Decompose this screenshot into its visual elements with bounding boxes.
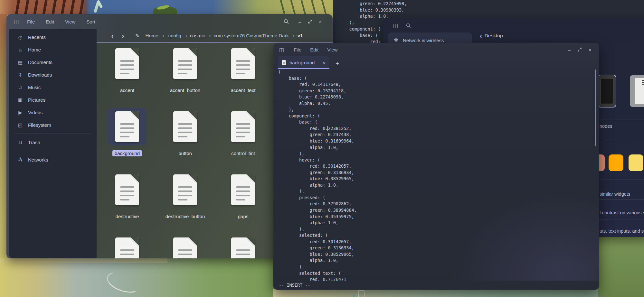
sidebar-item[interactable]: ◰ Filesystem (9, 119, 97, 131)
tiling-menu-icon[interactable]: ◫ (14, 18, 19, 25)
settings-titlebar[interactable]: ◫ (393, 22, 411, 29)
accent-color-swatch[interactable] (629, 154, 643, 171)
light-mode-thumbnail[interactable] (630, 75, 644, 107)
code-line: blue: 0.38529965, (278, 252, 354, 257)
file-item[interactable]: accent (108, 45, 146, 108)
file-item[interactable]: gaps (224, 171, 262, 234)
page-fold (130, 111, 139, 120)
search-icon[interactable] (284, 19, 289, 24)
code-line: alpha: 1.0, (278, 258, 338, 263)
back-label: Desktop (485, 33, 503, 39)
tiling-menu-icon[interactable]: ◫ (279, 47, 284, 53)
accent-color-swatch[interactable] (609, 154, 623, 171)
code-line: green: 0.22745098, (339, 1, 407, 6)
dark-mode-thumbnail[interactable] (598, 75, 616, 107)
file-manager-titlebar[interactable]: ◫ FileEditViewSort – × (6, 14, 333, 29)
wallpaper-teal-mark (353, 295, 355, 297)
breadcrumb: Home.configcosmiccom.system76.CosmicThem… (145, 33, 304, 38)
file-item[interactable] (224, 234, 262, 258)
file-icon (231, 174, 255, 205)
file-item[interactable]: accent_button (166, 45, 204, 108)
menu-item[interactable]: Sort (86, 19, 95, 24)
sidebar-item-label: Network & wireless (403, 38, 444, 43)
breadcrumb-item[interactable]: v1 (289, 33, 304, 38)
sidebar-item-icon: ◰ (17, 122, 23, 128)
tab-background[interactable]: background × (278, 56, 329, 69)
sidebar-item[interactable]: ▣ Pictures (9, 94, 97, 106)
breadcrumb-item[interactable]: Home (145, 33, 159, 38)
new-tab-button[interactable]: + (336, 60, 339, 67)
sidebar-item[interactable] (15, 151, 91, 151)
back-breadcrumb[interactable]: ‹ Desktop (480, 32, 503, 39)
menu-item[interactable]: View (327, 47, 337, 52)
editor-text-area[interactable]: ( base: ( red: 0.14117648, green: 0.1529… (278, 69, 357, 283)
code-line: red: 0.30142057, (278, 239, 352, 244)
sidebar-item[interactable]: ◷ Recents (9, 31, 97, 43)
breadcrumb-item[interactable]: cosmic (182, 33, 206, 38)
file-item[interactable]: accent_text (224, 45, 262, 108)
search-icon[interactable] (406, 23, 411, 28)
sidebar-item[interactable]: ▤ Documents (9, 56, 97, 69)
minimize-icon[interactable]: – (297, 19, 302, 24)
editor-titlebar[interactable]: ◫ FileEditView – × (273, 43, 599, 56)
code-line: ), (278, 189, 304, 194)
sidebar-item-icon: ♫ (17, 85, 23, 90)
file-item[interactable]: destructive_button (163, 171, 207, 234)
tab-close-icon[interactable]: × (322, 60, 325, 65)
preview-text-line (642, 82, 644, 83)
file-icon (231, 237, 255, 258)
sidebar-item[interactable]: ↧ Downloads (9, 69, 97, 81)
tiling-menu-icon[interactable]: ◫ (393, 22, 398, 29)
minimize-icon[interactable]: – (567, 47, 572, 52)
code-line: alpha: 1.0, (278, 145, 338, 150)
close-icon[interactable]: × (587, 47, 592, 52)
code-line: alpha: 1.0, (339, 14, 388, 19)
file-item[interactable]: background (108, 108, 146, 171)
sidebar-item-label: Trash (28, 140, 40, 145)
divider (594, 119, 644, 119)
sidebar-item-label: Videos (28, 110, 43, 115)
maximize-icon[interactable] (308, 19, 313, 24)
menu-item[interactable]: File (27, 19, 35, 24)
breadcrumb-item[interactable]: com.system76.CosmicTheme.Dark (205, 33, 289, 38)
sidebar-item-label: Recents (28, 34, 46, 40)
maximize-icon[interactable] (577, 47, 582, 52)
sidebar-item[interactable]: ⊔ Trash (9, 136, 97, 149)
file-name: gaps (236, 213, 251, 219)
sidebar-item[interactable]: ⁂ Networks (9, 153, 97, 166)
page-fold (130, 174, 139, 183)
dark-mode-preview (601, 78, 613, 104)
file-item[interactable]: control_tint (224, 108, 262, 171)
divider (594, 180, 644, 180)
sidebar-item[interactable]: ♫ Music (9, 81, 97, 94)
sidebar-item[interactable]: ▶ Videos (9, 106, 97, 119)
menu-item[interactable]: Edit (310, 47, 318, 52)
file-item[interactable]: destructive (108, 171, 146, 234)
file-icon (231, 111, 255, 142)
file-item[interactable]: button (166, 108, 204, 171)
sidebar-item-label: Documents (28, 60, 52, 65)
file-icon (231, 48, 255, 79)
edit-path-icon[interactable]: ✎ (135, 33, 139, 39)
editor-scrollbar[interactable] (595, 70, 596, 146)
file-grid: accent accent_button (98, 45, 272, 258)
sidebar-item[interactable]: ⌂ Home (9, 43, 97, 56)
menu-item[interactable]: File (294, 47, 301, 52)
back-button[interactable]: ‹ (109, 32, 116, 40)
menu-item[interactable]: Edit (46, 19, 54, 24)
wallpaper-plants (275, 0, 330, 14)
breadcrumb-item[interactable]: .config (159, 33, 182, 38)
page-fold (188, 174, 197, 183)
forward-button[interactable]: › (119, 32, 127, 40)
editor-menubar: FileEditView (294, 47, 337, 52)
wifi-icon (393, 38, 399, 43)
file-icon (173, 174, 197, 205)
menu-item[interactable]: View (65, 19, 75, 24)
chevron-left-icon: ‹ (480, 32, 482, 39)
close-icon[interactable]: × (318, 19, 323, 24)
file-item[interactable] (108, 234, 146, 258)
sidebar-item[interactable] (15, 134, 91, 134)
wallpaper-left-strip (0, 14, 7, 297)
file-item[interactable] (166, 234, 204, 258)
file-manager-menubar: FileEditViewSort (27, 19, 95, 24)
